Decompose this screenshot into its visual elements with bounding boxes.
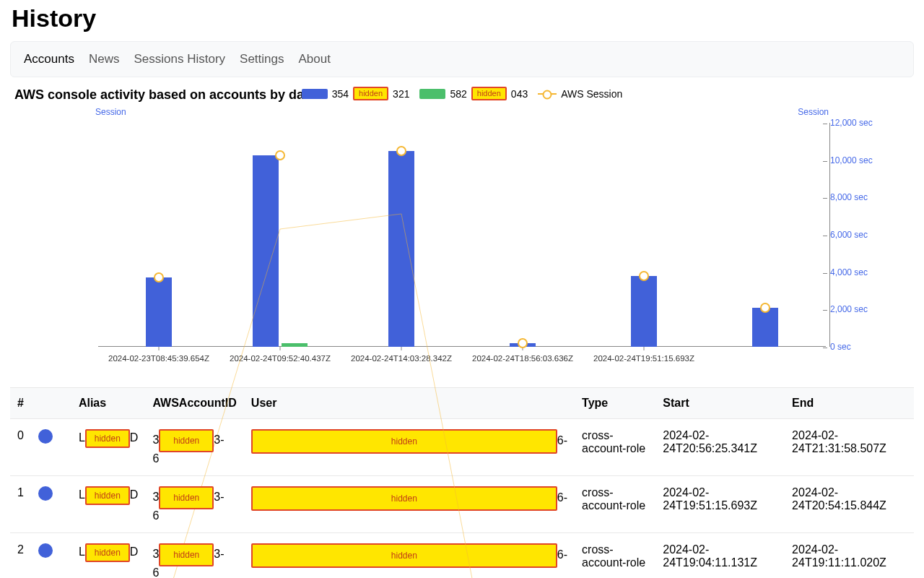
legend-account-2-hidden: hidden bbox=[471, 87, 507, 100]
hidden-user: hidden bbox=[251, 429, 557, 454]
bar-account-1[interactable] bbox=[388, 151, 414, 347]
line-marker-icon bbox=[538, 93, 557, 95]
cell-index: 2 bbox=[10, 533, 31, 579]
tab-news[interactable]: News bbox=[89, 52, 120, 66]
dot-blue-icon bbox=[38, 486, 53, 501]
cell-color bbox=[31, 533, 71, 579]
legend-account-2[interactable]: 582hidden043 bbox=[419, 87, 528, 100]
bar-account-1[interactable] bbox=[253, 155, 279, 347]
x-tick-label: 2024-02-24T18:56:03.636Z bbox=[472, 354, 573, 363]
cell-type: cross-account-role bbox=[575, 533, 655, 579]
cell-alias: LhiddenD bbox=[71, 476, 145, 533]
chart-column: 2024-02-24T14:03:28.342Z bbox=[341, 123, 462, 347]
hidden-account: hidden bbox=[159, 429, 214, 452]
cell-type: cross-account-role bbox=[575, 419, 655, 476]
hidden-alias: hidden bbox=[85, 486, 130, 505]
y-tick: 8,000 sec bbox=[830, 192, 884, 202]
x-tick-label: 2024-02-24T19:51:15.693Z bbox=[593, 354, 694, 363]
cell-account-id: 3hidden3-6 bbox=[145, 419, 243, 476]
legend-account-2-prefix: 582 bbox=[450, 88, 466, 100]
col-index[interactable]: # bbox=[10, 388, 31, 419]
left-axis-label: Session bbox=[95, 107, 126, 117]
legend-account-2-suffix: 043 bbox=[511, 88, 528, 100]
tab-accounts[interactable]: Accounts bbox=[24, 52, 74, 66]
legend-account-1-hidden: hidden bbox=[353, 87, 388, 100]
cell-end: 2024-02-24T19:11:11.020Z bbox=[785, 533, 914, 579]
col-color[interactable] bbox=[31, 388, 71, 419]
col-type[interactable]: Type bbox=[575, 388, 655, 419]
table-row[interactable]: 2LhiddenD3hidden3-6hidden6-cross-account… bbox=[10, 533, 914, 579]
hidden-alias: hidden bbox=[85, 543, 130, 562]
hidden-user: hidden bbox=[251, 486, 557, 511]
y-tick: 2,000 sec bbox=[830, 304, 884, 314]
line-point[interactable] bbox=[396, 146, 406, 156]
cell-alias: LhiddenD bbox=[71, 419, 145, 476]
chart-column: 2024-02-23T08:45:39.654Z bbox=[98, 123, 219, 347]
tab-settings[interactable]: Settings bbox=[240, 52, 284, 66]
x-tick-label: 2024-02-23T08:45:39.654Z bbox=[108, 354, 209, 363]
cell-color bbox=[31, 476, 71, 533]
cell-end: 2024-02-24T20:54:15.844Z bbox=[785, 476, 914, 533]
plot-area: 0 sec2,000 sec4,000 sec6,000 sec8,000 se… bbox=[98, 123, 826, 347]
legend-aws-session[interactable]: AWS Session bbox=[538, 88, 622, 100]
sessions-table: # Alias AWSAccountID User Type Start End… bbox=[10, 387, 914, 578]
page-title: History bbox=[12, 4, 914, 33]
line-point[interactable] bbox=[154, 272, 164, 282]
col-end[interactable]: End bbox=[785, 388, 914, 419]
line-point[interactable] bbox=[639, 271, 649, 281]
y-tick: 10,000 sec bbox=[830, 155, 884, 165]
col-user[interactable]: User bbox=[244, 388, 575, 419]
y-tick: 4,000 sec bbox=[830, 267, 884, 277]
line-point[interactable] bbox=[518, 338, 528, 348]
cell-user: hidden6- bbox=[244, 476, 575, 533]
hidden-account: hidden bbox=[159, 543, 214, 566]
legend-account-1[interactable]: 354hidden321 bbox=[302, 87, 410, 100]
x-tick-label: 2024-02-24T14:03:28.342Z bbox=[351, 354, 452, 363]
aws-activity-chart: 354hidden321 582hidden043 AWS Session Se… bbox=[10, 87, 914, 368]
cell-account-id: 3hidden3-6 bbox=[145, 476, 243, 533]
bar-account-1[interactable] bbox=[146, 277, 172, 347]
cell-type: cross-account-role bbox=[575, 476, 655, 533]
col-awsaccountid[interactable]: AWSAccountID bbox=[145, 388, 243, 419]
line-point[interactable] bbox=[760, 303, 770, 313]
cell-end: 2024-02-24T21:31:58.507Z bbox=[785, 419, 914, 476]
cell-user: hidden6- bbox=[244, 533, 575, 579]
chart-column: 2024-02-24T19:51:15.693Z bbox=[583, 123, 705, 347]
legend-account-1-suffix: 321 bbox=[393, 88, 409, 100]
cell-index: 1 bbox=[10, 476, 31, 533]
cell-index: 0 bbox=[10, 419, 31, 476]
chart-legend: 354hidden321 582hidden043 AWS Session bbox=[10, 87, 914, 100]
legend-account-1-prefix: 354 bbox=[332, 88, 349, 100]
chart-column: 2024-02-24T18:56:03.636Z bbox=[462, 123, 583, 347]
x-tick-label: 2024-02-24T09:52:40.437Z bbox=[230, 354, 331, 363]
tab-sessions-history[interactable]: Sessions History bbox=[134, 52, 225, 66]
y-tick: 12,000 sec bbox=[830, 118, 884, 128]
table-row[interactable]: 0LhiddenD3hidden3-6hidden6-cross-account… bbox=[10, 419, 914, 476]
tab-bar: Accounts News Sessions History Settings … bbox=[10, 41, 914, 77]
bar-account-1[interactable] bbox=[752, 308, 778, 347]
chart-columns: 2024-02-23T08:45:39.654Z2024-02-24T09:52… bbox=[98, 123, 826, 347]
line-point[interactable] bbox=[275, 150, 285, 160]
table-row[interactable]: 1LhiddenD3hidden3-6hidden6-cross-account… bbox=[10, 476, 914, 533]
cell-user: hidden6- bbox=[244, 419, 575, 476]
cell-start: 2024-02-24T20:56:25.341Z bbox=[655, 419, 785, 476]
hidden-user: hidden bbox=[251, 543, 557, 568]
col-alias[interactable]: Alias bbox=[71, 388, 145, 419]
bar-account-1[interactable] bbox=[631, 276, 657, 347]
legend-aws-session-label: AWS Session bbox=[561, 88, 622, 100]
dot-blue-icon bbox=[38, 429, 53, 444]
hidden-alias: hidden bbox=[85, 429, 130, 448]
cell-start: 2024-02-24T19:51:15.693Z bbox=[655, 476, 785, 533]
right-axis-label: Session bbox=[798, 107, 829, 117]
col-start[interactable]: Start bbox=[655, 388, 785, 419]
cell-start: 2024-02-24T19:04:11.131Z bbox=[655, 533, 785, 579]
cell-color bbox=[31, 419, 71, 476]
chart-column bbox=[705, 123, 826, 347]
swatch-blue-icon bbox=[302, 89, 328, 99]
bar-account-2[interactable] bbox=[282, 343, 308, 347]
cell-alias: LhiddenD bbox=[71, 533, 145, 579]
tab-about[interactable]: About bbox=[299, 52, 331, 66]
y-tick: 6,000 sec bbox=[830, 230, 884, 240]
dot-blue-icon bbox=[38, 543, 53, 558]
hidden-account: hidden bbox=[159, 486, 214, 509]
